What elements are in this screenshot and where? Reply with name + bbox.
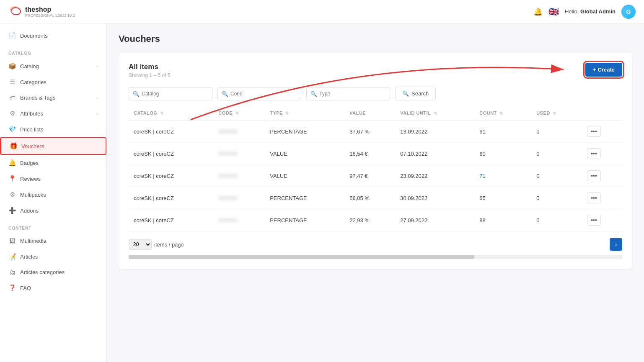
sidebar-item-label: Multipacks [20, 192, 46, 198]
search-btn-icon: 🔍 [402, 90, 409, 97]
cell-actions: ••• [582, 165, 622, 187]
horizontal-scrollbar[interactable] [129, 255, 622, 259]
cell-code: •••••••••• [213, 143, 265, 165]
sidebar-item-attributes[interactable]: ⚙ Attributes › [0, 105, 106, 121]
sidebar-item-faq[interactable]: ❓ FAQ [0, 280, 106, 296]
bell-icon[interactable]: 🔔 [533, 7, 543, 16]
vouchers-table: CATALOG ⇅ CODE ⇅ TYPE ⇅ VALUE VALID UNTI… [129, 106, 622, 231]
sidebar-item-articles-categories[interactable]: 🗂 Articles categories [0, 264, 106, 280]
chevron-right-icon: › [96, 64, 98, 69]
cell-type: PERCENTAGE [265, 187, 344, 209]
attributes-icon: ⚙ [8, 110, 16, 117]
row-actions-button[interactable]: ••• [587, 170, 601, 181]
row-actions-button[interactable]: ••• [587, 126, 601, 137]
cell-count: 98 [474, 209, 531, 231]
table-row: coreSK | coreCZ •••••••••• VALUE 97,47 €… [129, 165, 622, 187]
col-type[interactable]: TYPE ⇅ [265, 106, 344, 120]
sidebar-item-brands-tags[interactable]: 🏷 Brands & Tags › [0, 90, 106, 105]
pagination-next-button[interactable]: › [610, 238, 622, 251]
col-count[interactable]: COUNT ⇅ [474, 106, 531, 120]
cell-valid-until: 07.10.2022 [395, 143, 474, 165]
row-actions-button[interactable]: ••• [587, 148, 601, 159]
cell-value: 97,47 € [344, 165, 395, 187]
cell-type: VALUE [265, 165, 344, 187]
cell-count: 65 [474, 187, 531, 209]
per-page-select-wrap: 20 50 100 items / page [129, 239, 184, 250]
vouchers-table-wrap: CATALOG ⇅ CODE ⇅ TYPE ⇅ VALUE VALID UNTI… [129, 106, 622, 231]
card-header: All items Showing 1 – 5 of 5 + Create [129, 63, 622, 78]
cell-valid-until: 27.09.2022 [395, 209, 474, 231]
cell-code: •••••••••• [213, 187, 265, 209]
sidebar-item-addons[interactable]: ➕ Addons [0, 203, 106, 218]
sidebar-item-catalog[interactable]: 📦 Catalog › [0, 58, 106, 74]
col-used[interactable]: USED ⇅ [531, 106, 582, 120]
sidebar-item-label: Articles [20, 254, 38, 260]
create-button[interactable]: + Create [585, 63, 622, 77]
type-filter-wrap: 🔍 [306, 87, 390, 100]
sidebar-item-label: Multimedia [20, 238, 47, 244]
filters: 🔍 🔍 🔍 🔍 Search [129, 87, 622, 100]
content-section-label: CONTENT [0, 218, 106, 233]
code-search-icon: 🔍 [222, 90, 228, 97]
cell-code: •••••••••• [213, 120, 265, 143]
sidebar-item-multipacks[interactable]: ⚙ Multipacks [0, 187, 106, 203]
sidebar-item-documents[interactable]: 📄 Documents [0, 28, 106, 44]
sort-icon: ⇅ [235, 111, 239, 116]
sidebar-item-label: Addons [20, 208, 39, 214]
per-page-select[interactable]: 20 50 100 [129, 239, 152, 250]
card-title: All items [129, 63, 170, 71]
sidebar-item-articles[interactable]: 📝 Articles [0, 249, 106, 264]
logo-sub: PROFESSIONAL v.2022.10.2 [25, 13, 75, 18]
table-row: coreSK | coreCZ •••••••••• PERCENTAGE 22… [129, 209, 622, 231]
code-filter-input[interactable] [217, 87, 301, 100]
chevron-right-icon: › [96, 111, 98, 116]
col-catalog[interactable]: CATALOG ⇅ [129, 106, 213, 120]
main-content: Vouchers All items Showing 1 – 5 of 5 + … [107, 23, 644, 279]
table-row: coreSK | coreCZ •••••••••• PERCENTAGE 37… [129, 120, 622, 143]
col-value: VALUE [344, 106, 395, 120]
sidebar-item-label: Categories [20, 79, 47, 85]
catalog-filter-input[interactable] [129, 87, 212, 100]
table-row: coreSK | coreCZ •••••••••• PERCENTAGE 56… [129, 187, 622, 209]
sidebar-item-label: Documents [20, 33, 48, 39]
logo-text: theshop PROFESSIONAL v.2022.10.2 [25, 5, 75, 18]
card-subtitle: Showing 1 – 5 of 5 [129, 72, 170, 78]
addons-icon: ➕ [8, 207, 16, 214]
sidebar-item-label: Brands & Tags [20, 95, 55, 101]
articles-categories-icon: 🗂 [8, 269, 16, 276]
brands-icon: 🏷 [8, 94, 16, 101]
type-filter-input[interactable] [306, 87, 390, 100]
scrollbar-thumb [129, 255, 474, 259]
cell-used: 0 [531, 120, 582, 143]
sidebar-item-label: Reviews [20, 176, 41, 182]
sidebar-item-vouchers[interactable]: 🎁 Vouchers [0, 137, 106, 155]
cell-catalog: coreSK | coreCZ [129, 165, 213, 187]
cell-used: 0 [531, 209, 582, 231]
col-code[interactable]: CODE ⇅ [213, 106, 265, 120]
row-actions-button[interactable]: ••• [587, 193, 601, 203]
sidebar-item-badges[interactable]: 🔔 Badges [0, 155, 106, 171]
sort-icon: ⇅ [553, 111, 556, 116]
avatar[interactable]: G [621, 5, 636, 19]
price-lists-icon: 💎 [8, 126, 16, 133]
sidebar-item-label: Attributes [20, 110, 43, 117]
code-filter-wrap: 🔍 [217, 87, 301, 100]
col-valid-until[interactable]: VALID UNTIL ⇅ [395, 106, 474, 120]
vouchers-card: All items Showing 1 – 5 of 5 + Create 🔍 … [119, 53, 632, 269]
badges-icon: 🔔 [8, 159, 16, 167]
articles-icon: 📝 [8, 253, 16, 260]
multimedia-icon: 🖼 [8, 237, 16, 244]
sidebar-item-price-lists[interactable]: 💎 Price lists [0, 121, 106, 137]
sidebar-item-label: Articles categories [20, 269, 65, 275]
topbar-right: 🔔 🇬🇧 Hello, Global Admin G [533, 5, 636, 19]
cell-catalog: coreSK | coreCZ [129, 209, 213, 231]
language-flag[interactable]: 🇬🇧 [548, 7, 559, 17]
row-actions-button[interactable]: ••• [587, 215, 601, 226]
sidebar-item-multimedia[interactable]: 🖼 Multimedia [0, 233, 106, 249]
search-button[interactable]: 🔍 Search [395, 87, 436, 100]
sidebar-item-reviews[interactable]: 📍 Reviews [0, 171, 106, 187]
sidebar-item-categories[interactable]: ☰ Categories [0, 74, 106, 90]
type-search-icon: 🔍 [310, 90, 317, 97]
cell-catalog: coreSK | coreCZ [129, 143, 213, 165]
document-icon: 📄 [8, 32, 16, 39]
